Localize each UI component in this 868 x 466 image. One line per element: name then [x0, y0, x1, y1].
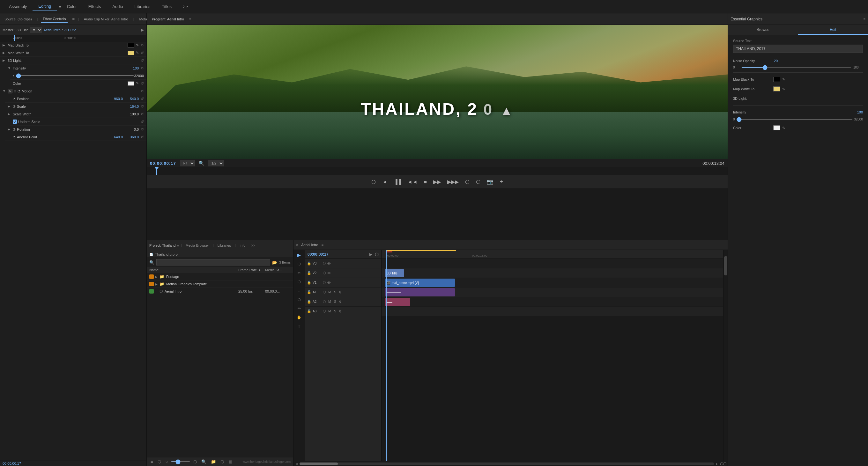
eg-map-black-swatch[interactable] [773, 77, 780, 82]
monitor-zoom-icon[interactable]: 🔍 [199, 161, 204, 166]
reset-position[interactable]: ↺ [141, 97, 144, 101]
project-item-footage[interactable]: ▶ 📁 Footage [147, 273, 293, 280]
view-icon-btn[interactable]: ⬡ [156, 459, 162, 465]
nav-item-assembly[interactable]: Assembly [3, 2, 33, 11]
eyedropper-color[interactable]: ✎ [136, 81, 139, 86]
tool-select[interactable]: ▶ [295, 251, 304, 259]
tool-hand[interactable]: ✋ [295, 314, 304, 321]
prop-value-position-x[interactable]: 960.0 [107, 97, 123, 101]
monitor-fit-dropdown[interactable]: Fit [180, 160, 195, 166]
mic-a1[interactable]: 🎙 [338, 290, 342, 294]
eg-noise-opacity-value[interactable]: 20 [774, 59, 778, 63]
eye-v1[interactable]: 👁 [327, 281, 331, 285]
item-expand-mgt[interactable]: ▶ [155, 282, 158, 286]
tool-type[interactable]: T [295, 323, 304, 330]
nav-item-titles[interactable]: Titles [156, 2, 177, 11]
eg-map-white-swatch[interactable] [773, 87, 780, 92]
clip-icon-v3[interactable]: ⬡ [323, 261, 326, 266]
mute-a2[interactable]: M [327, 300, 332, 304]
lock-v3[interactable]: 🔒 [307, 261, 311, 266]
program-video-area[interactable]: THAILAND, 2 0 ▲ [147, 25, 727, 159]
project-item-mgt[interactable]: ▶ 📁 Motion Graphics Template [147, 280, 293, 288]
monitor-btn-stop[interactable]: ■ [422, 178, 429, 186]
timeline-export-btn[interactable]: ⬡ [375, 252, 379, 257]
view-delete-btn[interactable]: 🗑 [227, 459, 234, 465]
ec-clip-dropdown[interactable]: ▼ [30, 27, 42, 33]
nav-more[interactable]: >> [177, 2, 194, 11]
reset-scale[interactable]: ↺ [141, 104, 144, 109]
tab-source[interactable]: Source: (no clips) [3, 16, 34, 22]
solo-a1[interactable]: S [333, 290, 337, 294]
lock-a1[interactable]: 🔒 [307, 290, 311, 294]
track-lane-v1[interactable]: 🎬 thai_drone.mp4 [V] [381, 278, 723, 288]
timeline-scroll-left[interactable]: ◄ [295, 462, 298, 466]
clip-icon-v2[interactable]: ⬡ [323, 271, 326, 275]
eye-v2[interactable]: 👁 [327, 271, 331, 275]
reset-uniform-scale[interactable]: ↺ [141, 120, 144, 124]
view-export-btn[interactable]: ⬡ [219, 459, 225, 465]
timeline-scroll-right[interactable]: ► [715, 462, 719, 466]
track-lane-v2[interactable]: 3D Title [381, 268, 723, 278]
tab-effect-controls[interactable]: Effect Controls [41, 15, 68, 23]
timeline-horizontal-scrollbar[interactable]: ◄ ► ⬡⬡ [293, 461, 727, 466]
eg-map-black-eyedropper[interactable]: ✎ [782, 77, 785, 81]
timeline-play-btn[interactable]: ▶ [369, 252, 372, 257]
eg-color-swatch[interactable] [773, 125, 780, 130]
tool-rolling[interactable]: ✂ [295, 269, 304, 277]
expand-3d-light[interactable]: ▶ [3, 59, 6, 62]
clip-icon-a1[interactable]: ⬡ [323, 290, 326, 294]
prop-value-intensity[interactable]: 100 [123, 66, 139, 70]
clip-audio-2[interactable]: ▬▬ [385, 298, 410, 306]
tab-info[interactable]: Info [238, 242, 247, 248]
ec-forward-btn[interactable]: ▶ [141, 28, 144, 32]
timeline-content-area[interactable]: 00:00:00 00:00:15:00 [381, 250, 723, 461]
clip-icon-v1[interactable]: ⬡ [323, 280, 326, 285]
monitor-btn-mark-in[interactable]: ◄ [380, 178, 389, 186]
prop-value-scale[interactable]: 164.0 [123, 105, 139, 108]
eg-source-text-input[interactable] [733, 45, 863, 53]
expand-scale-width[interactable]: ▶ [8, 112, 11, 116]
view-icon2-btn[interactable]: ⬡ [192, 459, 198, 465]
timeline-scroll-thumb[interactable] [300, 463, 338, 465]
eyedropper-black[interactable]: ✎ [136, 43, 139, 47]
eye-v3[interactable]: 👁 [327, 262, 331, 266]
mic-a3[interactable]: 🎙 [338, 309, 342, 313]
view-list-btn[interactable]: ≡ [149, 459, 154, 465]
monitor-quality-dropdown[interactable]: 1/2 [208, 160, 224, 166]
tab-media-browser[interactable]: Media Browser [184, 242, 211, 248]
prop-value-anchor-x[interactable]: 640.0 [107, 135, 123, 139]
item-expand-footage[interactable]: ▶ [155, 275, 158, 278]
mute-a1[interactable]: M [327, 290, 332, 294]
reset-scale-width[interactable]: ↺ [141, 112, 144, 116]
tab-audio-clip-mixer[interactable]: Audio Clip Mixer: Aerial Intro [82, 16, 130, 22]
mute-a3[interactable]: M [327, 309, 332, 313]
track-lane-a1[interactable]: ▬▬▬▬▬ [381, 288, 723, 297]
timeline-menu[interactable]: ≡ [321, 243, 323, 247]
eg-map-white-eyedropper[interactable]: ✎ [782, 87, 785, 91]
eg-tab-edit[interactable]: Edit [798, 25, 868, 35]
search-folder-btn[interactable]: 📂 [272, 260, 277, 265]
lock-v2[interactable]: 🔒 [307, 271, 311, 275]
nav-item-editing[interactable]: Editing [33, 2, 57, 11]
reset-rotation[interactable]: ↺ [141, 127, 144, 132]
nav-item-audio[interactable]: Audio [106, 2, 129, 11]
scrollbar-thumb-vertical[interactable] [724, 256, 727, 275]
monitor-btn-add[interactable]: + [498, 177, 505, 187]
expand-map-white[interactable]: ▶ [3, 51, 6, 55]
tool-razor[interactable]: ↔ [295, 287, 304, 295]
tool-rate-stretch[interactable]: ⬡ [295, 278, 304, 286]
eg-menu-icon[interactable]: ≡ [864, 17, 865, 21]
reset-map-white[interactable]: ↺ [141, 51, 144, 55]
search-input[interactable] [156, 259, 270, 266]
lock-a3[interactable]: 🔒 [307, 309, 311, 313]
timeline-close-btn[interactable]: × [296, 243, 298, 247]
solo-a2[interactable]: S [333, 300, 337, 304]
expand-map-black[interactable]: ▶ [3, 43, 6, 47]
expand-motion[interactable]: ▼ [3, 89, 6, 93]
prop-value-position-y[interactable]: 540.0 [123, 97, 139, 101]
tab-menu-icon-ec[interactable]: ≡ [72, 16, 75, 21]
clip-3d-title[interactable]: 3D Title [385, 269, 404, 277]
nav-item-effects[interactable]: Effects [83, 2, 107, 11]
eg-noise-opacity-slider[interactable] [741, 67, 851, 68]
reset-map-black[interactable]: ↺ [141, 43, 144, 47]
